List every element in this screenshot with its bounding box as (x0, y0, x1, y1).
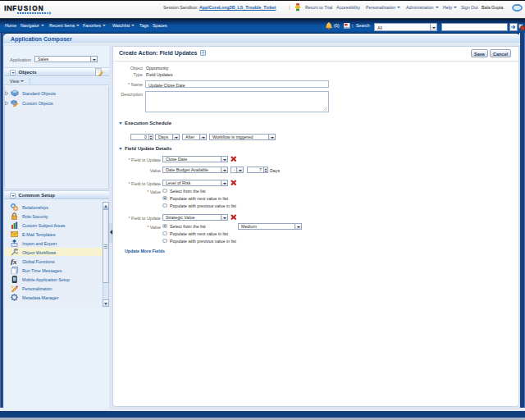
svg-text:fx: fx (11, 258, 17, 265)
